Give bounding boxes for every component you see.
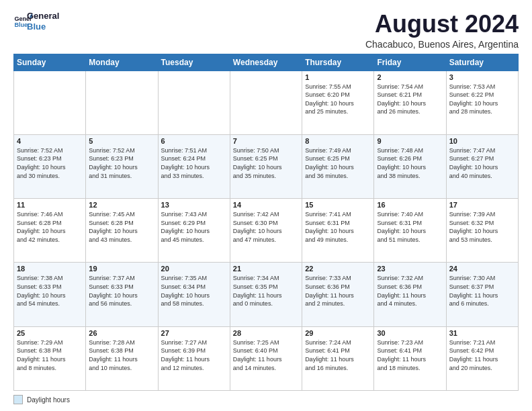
day-number: 6	[161, 137, 227, 145]
calendar-cell	[158, 71, 230, 134]
day-number: 29	[305, 329, 371, 337]
logo-general: General	[27, 11, 59, 21]
daylight-label: Daylight hours	[27, 396, 70, 404]
day-info: Sunrise: 7:49 AM Sunset: 6:25 PM Dayligh…	[305, 146, 371, 180]
calendar-cell: 13Sunrise: 7:43 AM Sunset: 6:29 PM Dayli…	[158, 199, 230, 263]
calendar-cell: 3Sunrise: 7:53 AM Sunset: 6:22 PM Daylig…	[446, 71, 518, 134]
calendar-cell: 9Sunrise: 7:48 AM Sunset: 6:26 PM Daylig…	[374, 134, 446, 198]
calendar-cell: 31Sunrise: 7:21 AM Sunset: 6:42 PM Dayli…	[446, 326, 518, 390]
day-number: 8	[305, 137, 371, 145]
day-info: Sunrise: 7:32 AM Sunset: 6:36 PM Dayligh…	[377, 274, 443, 308]
calendar-cell: 8Sunrise: 7:49 AM Sunset: 6:25 PM Daylig…	[302, 134, 374, 198]
calendar-cell: 18Sunrise: 7:38 AM Sunset: 6:33 PM Dayli…	[14, 263, 86, 326]
day-number: 28	[233, 329, 299, 337]
page: General Blue General Blue August 2024 Ch…	[0, 0, 532, 411]
day-info: Sunrise: 7:52 AM Sunset: 6:23 PM Dayligh…	[17, 146, 83, 180]
calendar-week-1: 1Sunrise: 7:55 AM Sunset: 6:20 PM Daylig…	[14, 71, 519, 134]
calendar-cell: 16Sunrise: 7:40 AM Sunset: 6:31 PM Dayli…	[374, 199, 446, 263]
day-number: 11	[17, 201, 83, 209]
day-info: Sunrise: 7:51 AM Sunset: 6:24 PM Dayligh…	[161, 146, 227, 180]
calendar-cell: 29Sunrise: 7:24 AM Sunset: 6:41 PM Dayli…	[302, 326, 374, 390]
day-info: Sunrise: 7:47 AM Sunset: 6:27 PM Dayligh…	[449, 146, 515, 180]
day-info: Sunrise: 7:29 AM Sunset: 6:38 PM Dayligh…	[17, 338, 83, 372]
day-info: Sunrise: 7:21 AM Sunset: 6:42 PM Dayligh…	[449, 338, 515, 372]
day-number: 30	[377, 329, 443, 337]
day-info: Sunrise: 7:46 AM Sunset: 6:28 PM Dayligh…	[17, 210, 83, 244]
day-header-friday: Friday	[374, 54, 446, 71]
day-number: 31	[449, 329, 515, 337]
calendar-cell: 26Sunrise: 7:28 AM Sunset: 6:38 PM Dayli…	[86, 326, 158, 390]
calendar-cell: 2Sunrise: 7:54 AM Sunset: 6:21 PM Daylig…	[374, 71, 446, 134]
day-info: Sunrise: 7:24 AM Sunset: 6:41 PM Dayligh…	[305, 338, 371, 372]
calendar-cell: 23Sunrise: 7:32 AM Sunset: 6:36 PM Dayli…	[374, 263, 446, 326]
day-number: 9	[377, 137, 443, 145]
day-number: 3	[449, 73, 515, 81]
day-number: 18	[17, 265, 83, 273]
calendar-cell: 17Sunrise: 7:39 AM Sunset: 6:32 PM Dayli…	[446, 199, 518, 263]
day-info: Sunrise: 7:33 AM Sunset: 6:36 PM Dayligh…	[305, 274, 371, 308]
day-info: Sunrise: 7:39 AM Sunset: 6:32 PM Dayligh…	[449, 210, 515, 244]
calendar-cell	[230, 71, 302, 134]
day-number: 27	[161, 329, 227, 337]
calendar-cell: 19Sunrise: 7:37 AM Sunset: 6:33 PM Dayli…	[86, 263, 158, 326]
calendar-table: SundayMondayTuesdayWednesdayThursdayFrid…	[13, 54, 519, 391]
calendar-cell: 27Sunrise: 7:27 AM Sunset: 6:39 PM Dayli…	[158, 326, 230, 390]
day-info: Sunrise: 7:55 AM Sunset: 6:20 PM Dayligh…	[305, 83, 371, 116]
month-year: August 2024	[365, 11, 519, 38]
day-number: 19	[89, 265, 154, 273]
day-info: Sunrise: 7:42 AM Sunset: 6:30 PM Dayligh…	[233, 210, 299, 244]
day-number: 16	[377, 201, 443, 209]
day-number: 25	[17, 329, 83, 337]
calendar-cell: 28Sunrise: 7:25 AM Sunset: 6:40 PM Dayli…	[230, 326, 302, 390]
day-number: 12	[89, 201, 154, 209]
day-number: 21	[233, 265, 299, 273]
calendar-cell: 30Sunrise: 7:23 AM Sunset: 6:41 PM Dayli…	[374, 326, 446, 390]
calendar-cell: 22Sunrise: 7:33 AM Sunset: 6:36 PM Dayli…	[302, 263, 374, 326]
svg-text:Blue: Blue	[14, 21, 28, 28]
day-info: Sunrise: 7:48 AM Sunset: 6:26 PM Dayligh…	[377, 146, 443, 180]
calendar-cell: 11Sunrise: 7:46 AM Sunset: 6:28 PM Dayli…	[14, 199, 86, 263]
calendar-cell: 6Sunrise: 7:51 AM Sunset: 6:24 PM Daylig…	[158, 134, 230, 198]
calendar-cell: 1Sunrise: 7:55 AM Sunset: 6:20 PM Daylig…	[302, 71, 374, 134]
day-header-tuesday: Tuesday	[158, 54, 230, 71]
calendar-cell	[86, 71, 158, 134]
day-info: Sunrise: 7:38 AM Sunset: 6:33 PM Dayligh…	[17, 274, 83, 308]
day-number: 14	[233, 201, 299, 209]
calendar-cell: 14Sunrise: 7:42 AM Sunset: 6:30 PM Dayli…	[230, 199, 302, 263]
logo: General Blue General Blue	[13, 11, 59, 32]
day-number: 13	[161, 201, 227, 209]
day-number: 24	[449, 265, 515, 273]
day-number: 7	[233, 137, 299, 145]
logo-blue: Blue	[27, 21, 59, 32]
calendar-cell: 7Sunrise: 7:50 AM Sunset: 6:25 PM Daylig…	[230, 134, 302, 198]
day-info: Sunrise: 7:37 AM Sunset: 6:33 PM Dayligh…	[89, 274, 154, 308]
day-info: Sunrise: 7:53 AM Sunset: 6:22 PM Dayligh…	[449, 83, 515, 116]
calendar-week-4: 18Sunrise: 7:38 AM Sunset: 6:33 PM Dayli…	[14, 263, 519, 326]
calendar-cell: 4Sunrise: 7:52 AM Sunset: 6:23 PM Daylig…	[14, 134, 86, 198]
day-number: 10	[449, 137, 515, 145]
day-number: 26	[89, 329, 154, 337]
calendar-cell: 5Sunrise: 7:52 AM Sunset: 6:23 PM Daylig…	[86, 134, 158, 198]
calendar-cell: 10Sunrise: 7:47 AM Sunset: 6:27 PM Dayli…	[446, 134, 518, 198]
day-info: Sunrise: 7:30 AM Sunset: 6:37 PM Dayligh…	[449, 274, 515, 308]
day-info: Sunrise: 7:54 AM Sunset: 6:21 PM Dayligh…	[377, 83, 443, 116]
day-number: 22	[305, 265, 371, 273]
day-number: 2	[377, 73, 443, 81]
calendar-cell: 24Sunrise: 7:30 AM Sunset: 6:37 PM Dayli…	[446, 263, 518, 326]
day-info: Sunrise: 7:43 AM Sunset: 6:29 PM Dayligh…	[161, 210, 227, 244]
day-number: 5	[89, 137, 154, 145]
calendar-cell: 15Sunrise: 7:41 AM Sunset: 6:31 PM Dayli…	[302, 199, 374, 263]
day-info: Sunrise: 7:52 AM Sunset: 6:23 PM Dayligh…	[89, 146, 154, 180]
calendar-header-row: SundayMondayTuesdayWednesdayThursdayFrid…	[14, 54, 519, 71]
calendar-cell: 20Sunrise: 7:35 AM Sunset: 6:34 PM Dayli…	[158, 263, 230, 326]
header: General Blue General Blue August 2024 Ch…	[13, 11, 519, 50]
day-number: 4	[17, 137, 83, 145]
calendar-week-5: 25Sunrise: 7:29 AM Sunset: 6:38 PM Dayli…	[14, 326, 519, 390]
day-header-saturday: Saturday	[446, 54, 518, 71]
day-info: Sunrise: 7:25 AM Sunset: 6:40 PM Dayligh…	[233, 338, 299, 372]
footer: Daylight hours	[13, 395, 519, 404]
day-number: 1	[305, 73, 371, 81]
calendar-cell	[14, 71, 86, 134]
day-info: Sunrise: 7:41 AM Sunset: 6:31 PM Dayligh…	[305, 210, 371, 244]
day-info: Sunrise: 7:34 AM Sunset: 6:35 PM Dayligh…	[233, 274, 299, 308]
